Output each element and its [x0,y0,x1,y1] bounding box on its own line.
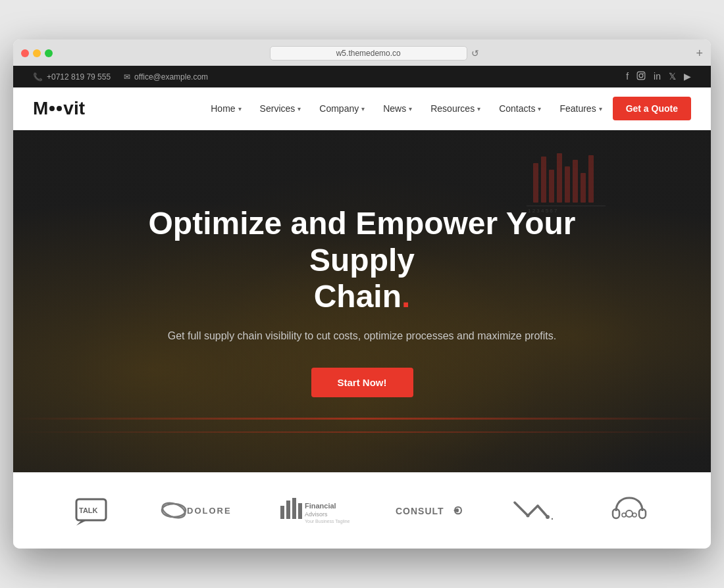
svg-text:TALK: TALK [79,506,98,514]
twitter-icon[interactable]: 𝕏 [669,71,676,82]
contact-info: 📞 +0712 819 79 555 ✉ office@example.com [33,72,208,82]
svg-rect-7 [565,166,570,203]
hero-title-line1: Optimize and Empower Your Supply [149,206,576,277]
dolore-logo: DOLORE [159,496,232,526]
nav-home[interactable]: Home ▾ [203,98,249,119]
phone-icon: 📞 [33,72,43,82]
svg-line-27 [515,502,528,516]
start-now-button[interactable]: Start Now! [311,368,413,397]
navbar: M vit Home ▾ Services ▾ Company ▾ News [13,87,711,130]
svg-point-36 [622,513,626,517]
brand-dolore: DOLORE [159,496,232,526]
svg-rect-20 [286,501,290,519]
nav-contacts-label: Contacts [499,103,535,114]
svg-point-2 [642,73,644,74]
hero-title-accent: . [401,279,410,314]
svg-point-37 [633,513,636,517]
browser-window: w5.themedemo.co ↺ + 📞 +0712 819 79 555 ✉… [13,39,711,549]
maximize-button[interactable] [45,49,53,57]
features-dropdown-icon: ▾ [599,105,602,112]
facebook-icon[interactable]: f [626,71,629,82]
logo-dots [49,106,62,111]
hero-title: Optimize and Empower Your Supply Chain. [145,205,579,314]
phone-number: +0712 819 79 555 [47,72,111,82]
brand-headset [609,493,649,529]
youtube-icon[interactable]: ▶ [684,71,691,82]
brand-meter: . [511,496,564,526]
hero-section: 1 2 3 4 5 6 7 Optimize and Empower Your … [13,130,711,472]
svg-line-29 [538,506,548,517]
talk-logo: TALK [75,496,115,526]
address-bar: w5.themedemo.co ↺ [58,46,690,61]
phone-contact: 📞 +0712 819 79 555 [33,72,111,82]
svg-text:Your Business Tagline Goes Her: Your Business Tagline Goes Here [305,519,349,524]
nav-company[interactable]: Company ▾ [311,98,373,119]
svg-rect-22 [298,503,302,519]
svg-rect-10 [588,155,594,203]
hero-title-line2: Chain [314,279,401,314]
browser-chrome: w5.themedemo.co ↺ + [13,39,711,66]
traffic-lights [21,49,53,57]
hero-content: Optimize and Empower Your Supply Chain. … [132,205,592,397]
site-logo[interactable]: M vit [33,98,85,119]
contacts-dropdown-icon: ▾ [538,105,541,112]
svg-point-30 [546,515,550,519]
minimize-button[interactable] [33,49,41,57]
svg-point-35 [626,510,633,517]
brands-section: TALK DOLORE Financial Advisors Your Busi… [13,472,711,549]
nav-services-label: Services [260,103,296,114]
financial-advisors-logo: Financial Advisors Your Business Tagline… [277,493,349,529]
logo-m: M [33,98,48,119]
quote-button[interactable]: Get a Quote [613,97,691,120]
top-bar: 📞 +0712 819 79 555 ✉ office@example.com … [13,66,711,87]
svg-point-16 [162,504,186,517]
email-address: office@example.com [134,72,208,82]
svg-line-28 [528,506,538,516]
social-links: f in 𝕏 ▶ [626,71,691,82]
svg-rect-6 [557,153,562,203]
home-dropdown-icon: ▾ [238,105,242,112]
consult-logo: CONSULT [394,496,467,526]
svg-point-17 [161,500,188,520]
svg-rect-19 [280,506,284,519]
nav-resources[interactable]: Resources ▾ [423,98,488,119]
svg-rect-4 [541,157,546,203]
meter-logo: . [511,496,564,526]
svg-rect-8 [573,160,578,203]
brand-consult: CONSULT [394,496,467,526]
nav-services[interactable]: Services ▾ [252,98,309,119]
svg-text:CONSULT: CONSULT [396,506,444,516]
nav-news[interactable]: News ▾ [375,98,420,119]
svg-text:DOLORE: DOLORE [187,506,232,516]
linkedin-icon[interactable]: in [654,71,661,82]
nav-news-label: News [383,103,406,114]
email-icon: ✉ [124,72,130,82]
nav-menu: Home ▾ Services ▾ Company ▾ News ▾ Resou… [203,97,691,120]
logo-vit: vit [63,98,85,119]
company-dropdown-icon: ▾ [361,105,365,112]
new-tab-button[interactable]: + [696,47,703,61]
nav-features-label: Features [559,103,596,114]
svg-rect-5 [549,170,554,203]
url-field[interactable]: w5.themedemo.co [270,46,467,61]
svg-rect-0 [637,72,645,80]
brand-financial-advisors: Financial Advisors Your Business Tagline… [277,493,349,529]
instagram-icon[interactable] [636,71,646,82]
refresh-icon[interactable]: ↺ [471,48,479,59]
headset-logo [609,493,649,529]
nav-features[interactable]: Features ▾ [552,98,609,119]
nav-contacts[interactable]: Contacts ▾ [491,98,549,119]
close-button[interactable] [21,49,29,57]
svg-text:Advisors: Advisors [305,511,328,518]
svg-rect-3 [533,163,538,203]
svg-point-1 [639,74,643,78]
svg-rect-21 [292,498,296,519]
email-contact: ✉ office@example.com [124,72,208,82]
brand-talk: TALK [75,496,115,526]
nav-home-label: Home [211,103,235,114]
news-dropdown-icon: ▾ [409,105,412,112]
services-dropdown-icon: ▾ [297,105,301,112]
nav-company-label: Company [319,103,359,114]
svg-rect-9 [581,173,586,203]
svg-text:Financial: Financial [305,502,336,510]
